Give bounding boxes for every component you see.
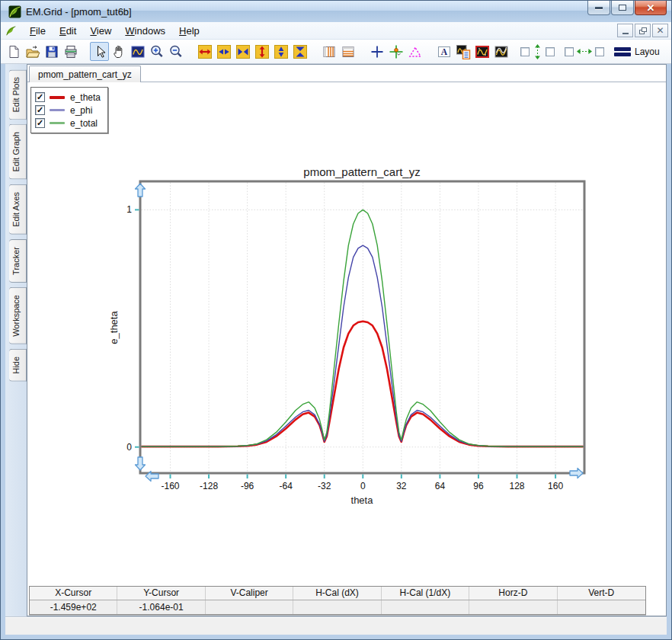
sidebar-tab-edit-graph[interactable]: Edit Graph (9, 124, 27, 180)
layout-button-label: Layou (635, 46, 660, 57)
legend-label: e_theta (70, 92, 101, 103)
tab-pmom-pattern-cart-yz[interactable]: pmom_pattern_cart_yz (29, 66, 141, 82)
axis-handle-up-icon[interactable] (136, 184, 146, 197)
mdi-minimize-button[interactable] (617, 24, 633, 37)
mdi-restore-icon (639, 27, 647, 34)
status-strip (5, 616, 667, 635)
shrink-horizontal-button[interactable] (233, 42, 252, 61)
legend-line-sample (50, 122, 65, 124)
caliper-button[interactable] (405, 42, 424, 61)
status-value-1: -1.064e-01 (117, 600, 205, 614)
sync-checkbox[interactable] (595, 47, 604, 56)
status-value-0: -1.459e+02 (30, 600, 117, 614)
status-value-5 (469, 600, 557, 614)
axis-handle-right-icon[interactable] (570, 469, 583, 478)
sidebar: Edit PlotsEdit GraphEdit AxesTrackerWork… (5, 64, 27, 616)
legend-checkbox-e_phi[interactable]: ✓ (35, 105, 45, 115)
legend-row-e_theta: ✓e_theta (35, 91, 101, 104)
sync-horizontal-icon (576, 46, 593, 57)
tracker-icon (389, 44, 404, 59)
graph-overlay-icon (494, 44, 509, 59)
sync-horizontal-button[interactable] (565, 46, 604, 57)
status-table-header: X-CursorY-CursorV-CaliperH-Cal (dX)H-Cal… (30, 587, 645, 600)
sidebar-tab-edit-axes[interactable]: Edit Axes (9, 184, 27, 235)
y-axis-label: e_theta (108, 311, 120, 344)
expand-horizontal-icon (197, 44, 213, 59)
text-annotation-button[interactable]: A (434, 42, 453, 61)
save-button[interactable] (42, 42, 61, 61)
shrink-vertical-button[interactable] (290, 42, 309, 61)
menu-item-edit[interactable]: Edit (53, 24, 83, 38)
sidebar-tab-edit-plots[interactable]: Edit Plots (9, 69, 27, 120)
expand-vertical-button[interactable] (252, 42, 271, 61)
menu-item-file[interactable]: File (23, 24, 53, 38)
menu-item-help[interactable]: Help (172, 24, 206, 38)
sidebar-tab-tracker[interactable]: Tracker (9, 239, 27, 283)
x-tick-label: 128 (510, 481, 525, 491)
legend-line-sample (50, 109, 65, 111)
menu-item-windows[interactable]: Windows (118, 24, 172, 38)
sync-checkbox[interactable] (546, 47, 555, 56)
maximize-button[interactable] (611, 1, 634, 15)
document-logo-icon (5, 25, 17, 37)
vertical-gridlines-button[interactable] (319, 42, 338, 61)
horizontal-gridlines-button[interactable] (338, 42, 357, 61)
shrink-horizontal-icon (235, 44, 251, 59)
axis-pan-handles[interactable] (136, 184, 584, 482)
stretch-horizontal-icon (216, 44, 232, 59)
menu-item-view[interactable]: View (83, 24, 118, 38)
expand-horizontal-button[interactable] (195, 42, 214, 61)
tracker-button[interactable] (386, 42, 405, 61)
open-file-button[interactable] (23, 42, 42, 61)
status-value-3 (293, 600, 381, 614)
close-button[interactable]: ✕ (635, 1, 667, 15)
mdi-close-icon: ✕ (656, 25, 664, 36)
status-col-h-cal-dx-: H-Cal (dX) (293, 587, 381, 600)
legend-checkbox-e_theta[interactable]: ✓ (35, 92, 45, 102)
chart-svg: -160-128-96-64-32032649612816001 pmom_pa… (27, 65, 667, 616)
status-table-values: -1.459e+02-1.064e-01 (30, 600, 645, 614)
zoom-in-button[interactable] (147, 42, 166, 61)
crosshair-button[interactable] (367, 42, 386, 61)
sidebar-tab-workspace[interactable]: Workspace (9, 287, 27, 344)
sync-vertical-icon (532, 43, 543, 60)
graph-properties-icon (456, 44, 471, 59)
document-tab-bar: pmom_pattern_cart_yz (27, 65, 666, 82)
legend-row-e_total: ✓e_total (35, 117, 101, 130)
select-tool-button[interactable] (90, 42, 109, 61)
x-tick-label: -128 (200, 481, 218, 491)
new-document-icon (6, 44, 21, 59)
print-button[interactable] (61, 42, 80, 61)
mdi-close-button[interactable]: ✕ (652, 24, 668, 37)
status-col-vert-d: Vert-D (558, 587, 645, 600)
mdi-restore-button[interactable] (635, 24, 651, 37)
mdi-window-buttons: ✕ (617, 24, 668, 37)
minimize-button[interactable] (587, 1, 610, 15)
graph-single-button[interactable] (472, 42, 491, 61)
sync-checkbox[interactable] (565, 47, 574, 56)
new-document-button[interactable] (4, 42, 23, 61)
crosshair-icon (370, 44, 385, 59)
zoom-region-button[interactable] (128, 42, 147, 61)
legend-checkbox-e_total[interactable]: ✓ (35, 118, 45, 128)
chart-gridlines (142, 183, 584, 472)
pan-tool-icon (111, 44, 126, 59)
stretch-vertical-button[interactable] (271, 42, 290, 61)
sync-checkbox[interactable] (520, 47, 530, 56)
pan-tool-button[interactable] (109, 42, 128, 61)
graph-overlay-button[interactable] (491, 42, 510, 61)
sidebar-tab-hide[interactable]: Hide (9, 349, 27, 382)
layout-button[interactable]: Layou (614, 46, 660, 58)
x-tick-label: 160 (548, 481, 563, 491)
main-area: Edit PlotsEdit GraphEdit AxesTrackerWork… (1, 64, 671, 616)
axis-handle-down-icon[interactable] (136, 457, 146, 470)
legend-line-sample (50, 96, 65, 99)
stretch-horizontal-button[interactable] (214, 42, 233, 61)
zoom-out-button[interactable] (166, 42, 185, 61)
layout-icon (614, 46, 631, 58)
graph-properties-button[interactable] (453, 42, 472, 61)
app-logo-icon (8, 5, 21, 18)
stretch-vertical-icon (274, 44, 289, 59)
sync-vertical-button[interactable] (520, 43, 555, 60)
maximize-icon (619, 5, 626, 11)
